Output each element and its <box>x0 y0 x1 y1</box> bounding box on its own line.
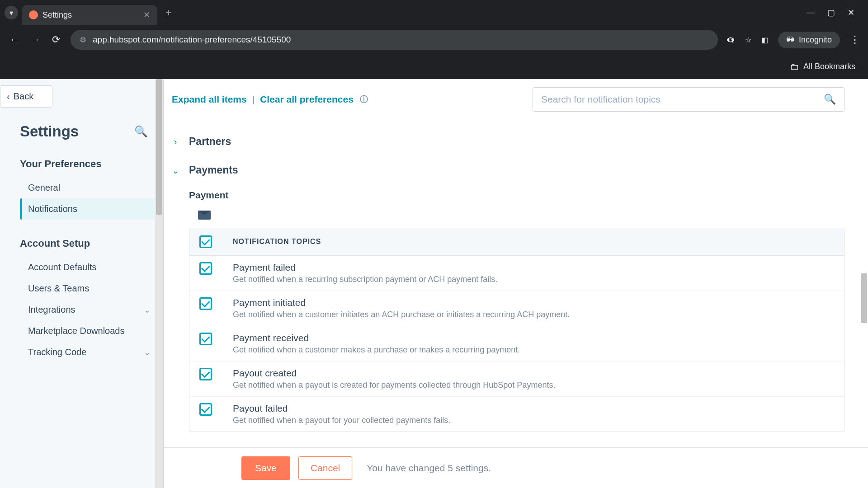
maximize-button[interactable]: ▢ <box>827 8 835 18</box>
chevron-down-icon: ⌄ <box>144 305 151 315</box>
chevron-left-icon: ‹ <box>7 91 10 102</box>
notification-search[interactable]: 🔍 <box>533 87 844 112</box>
topic-checkbox[interactable] <box>199 333 212 345</box>
close-tab-button[interactable]: ✕ <box>143 10 150 20</box>
sidebar-item-integrations[interactable]: Integrations ⌄ <box>20 299 159 320</box>
chevron-down-icon: ⌄ <box>144 347 151 357</box>
category-title: Payments <box>189 164 238 176</box>
sidebar-item-marketplace[interactable]: Marketplace Downloads <box>20 320 159 342</box>
sidebar-item-users-teams[interactable]: Users & Teams <box>20 278 159 299</box>
browser-menu-button[interactable]: ⋮ <box>850 34 860 46</box>
cancel-button[interactable]: Cancel <box>298 456 352 480</box>
bookmark-star-icon[interactable]: ☆ <box>745 36 751 44</box>
close-window-button[interactable]: ✕ <box>848 8 854 18</box>
back-button[interactable]: ← <box>8 34 21 46</box>
save-footer: Save Cancel You have changed 5 settings. <box>164 447 868 488</box>
email-icon <box>198 211 211 220</box>
sidebar-item-label: Tracking Code <box>28 347 86 357</box>
forward-button[interactable]: → <box>29 34 42 46</box>
save-button[interactable]: Save <box>241 456 290 480</box>
browser-tab[interactable]: Settings ✕ <box>22 5 157 25</box>
site-settings-icon[interactable]: ⚙ <box>80 35 86 45</box>
minimize-button[interactable]: — <box>807 8 815 18</box>
topic-description: Get notified when a customer initiates a… <box>233 310 570 319</box>
topic-checkbox[interactable] <box>199 262 212 275</box>
unsaved-changes-status: You have changed 5 settings. <box>367 463 491 474</box>
sidebar-item-tracking-code[interactable]: Tracking Code ⌄ <box>20 342 159 363</box>
new-tab-button[interactable]: + <box>161 6 176 19</box>
topic-description: Get notified when a recurring subscripti… <box>233 275 497 284</box>
window-controls: — ▢ ✕ <box>807 8 863 18</box>
side-panel-icon[interactable]: ◧ <box>761 36 768 44</box>
search-icon[interactable]: 🔍 <box>824 94 836 105</box>
incognito-icon: 🕶 <box>786 35 794 45</box>
check-icon <box>202 301 210 306</box>
sidebar-item-general[interactable]: General <box>20 177 159 198</box>
scrollbar-thumb[interactable] <box>861 273 867 323</box>
check-icon <box>202 337 210 342</box>
sidebar-item-label: Notifications <box>28 204 77 214</box>
topic-title: Payment received <box>233 333 520 343</box>
topic-checkbox[interactable] <box>199 403 212 416</box>
sidebar-scrollbar[interactable] <box>155 79 163 488</box>
search-input[interactable] <box>541 94 824 105</box>
sidebar-item-label: Account Defaults <box>28 262 96 272</box>
address-bar-row: ← → ⟳ ⚙ app.hubspot.com/notification-pre… <box>0 25 868 54</box>
tabs-dropdown-button[interactable]: ▾ <box>5 6 18 19</box>
chevron-down-icon: ⌄ <box>170 165 181 176</box>
category-title: Partners <box>189 136 231 148</box>
incognito-indicator[interactable]: 🕶 Incognito <box>778 32 840 48</box>
sidebar-item-label: Marketplace Downloads <box>28 326 124 336</box>
check-icon <box>202 407 210 412</box>
topic-title: Payment failed <box>233 262 497 273</box>
app-root: ‹ Back Settings 🔍 Your Preferences Gener… <box>0 79 868 488</box>
notification-categories: › Partners ⌄ Payments Payment NOTIFICATI… <box>164 120 868 488</box>
sidebar-search-icon[interactable]: 🔍 <box>134 125 148 138</box>
scrollbar-thumb[interactable] <box>156 79 162 215</box>
clear-all-link[interactable]: Clear all preferences <box>260 94 354 105</box>
main-scrollbar[interactable] <box>860 79 868 447</box>
topic-row: Payout failed Get notified when a payout… <box>189 397 844 432</box>
category-partners: › Partners <box>170 130 844 153</box>
notification-topics-table: NOTIFICATION TOPICS Payment failed Get n… <box>189 228 844 432</box>
topic-row: Payment received Get notified when a cus… <box>189 326 844 361</box>
category-header-payments[interactable]: ⌄ Payments <box>170 159 844 182</box>
sidebar-item-account-defaults[interactable]: Account Defaults <box>20 257 159 278</box>
topic-text: Payment initiated Get notified when a cu… <box>233 297 570 319</box>
subsection-title: Payment <box>170 182 844 206</box>
topic-title: Payout created <box>233 368 555 379</box>
address-bar[interactable]: ⚙ app.hubspot.com/notification-preferenc… <box>71 30 718 50</box>
sidebar-item-label: General <box>28 183 60 193</box>
topic-description: Get notified when a customer makes a pur… <box>233 345 520 355</box>
sidebar-section-preferences: Your Preferences General Notifications <box>0 140 163 220</box>
topic-title: Payment initiated <box>233 297 570 308</box>
bulk-actions: Expand all items | Clear all preferences… <box>172 94 368 105</box>
category-payments: ⌄ Payments Payment NOTIFICATION TOPICS <box>170 159 844 432</box>
topic-text: Payout created Get notified when a payou… <box>233 368 555 390</box>
category-header-partners[interactable]: › Partners <box>170 130 844 153</box>
info-icon[interactable]: ⓘ <box>360 94 368 105</box>
topic-title: Payout failed <box>233 403 450 414</box>
sidebar-item-notifications[interactable]: Notifications <box>20 198 159 220</box>
select-all-checkbox[interactable] <box>199 235 212 248</box>
channel-icons-row <box>170 206 844 228</box>
url-text: app.hubspot.com/notification-preferences… <box>93 35 291 45</box>
sidebar-section-heading: Your Preferences <box>20 158 159 170</box>
back-label: Back <box>14 91 33 102</box>
topic-row: Payment failed Get notified when a recur… <box>189 256 844 291</box>
eye-off-icon[interactable]: 👁‍🗨 <box>726 36 735 44</box>
reload-button[interactable]: ⟳ <box>50 34 62 46</box>
topic-checkbox[interactable] <box>199 297 212 310</box>
topic-description: Get notified when a payout for your coll… <box>233 416 450 425</box>
browser-chrome: ▾ Settings ✕ + — ▢ ✕ ← → ⟳ ⚙ app.hubspot… <box>0 0 868 79</box>
page-title: Settings <box>20 123 79 140</box>
topic-checkbox[interactable] <box>199 368 212 380</box>
check-icon <box>202 372 210 377</box>
divider: | <box>250 94 256 105</box>
all-bookmarks-link[interactable]: All Bookmarks <box>803 62 855 71</box>
expand-all-link[interactable]: Expand all items <box>172 94 247 105</box>
incognito-label: Incognito <box>799 35 832 45</box>
topic-description: Get notified when a payout is created fo… <box>233 380 555 390</box>
topic-text: Payment received Get notified when a cus… <box>233 333 520 355</box>
back-button-app[interactable]: ‹ Back <box>0 85 52 108</box>
